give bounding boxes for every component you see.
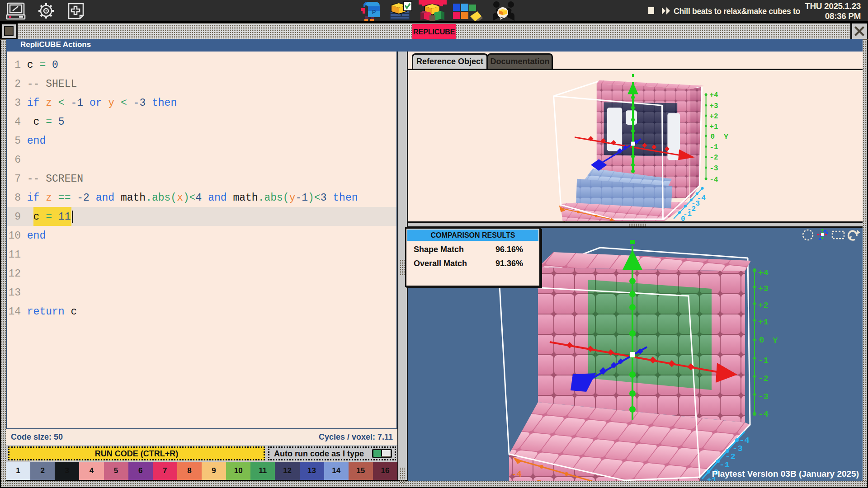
svg-text:-4: -4: [511, 469, 522, 479]
svg-text:-3: -3: [758, 392, 769, 402]
svg-text:+2: +2: [758, 300, 769, 310]
svg-text:-2: -2: [710, 154, 718, 162]
svg-text:-2: -2: [758, 374, 769, 384]
svg-text:0: 0: [759, 335, 764, 345]
svg-text:Y: Y: [724, 133, 728, 141]
svg-text:P: P: [372, 9, 376, 15]
svg-text:-1: -1: [710, 143, 718, 151]
svg-text:+4: +4: [710, 91, 719, 99]
svg-text:-1: -1: [758, 356, 769, 366]
svg-text:+3: +3: [758, 284, 769, 294]
svg-text:-3: -3: [710, 164, 718, 173]
svg-text:+4: +4: [758, 268, 769, 278]
svg-text:-1: -1: [719, 460, 730, 470]
svg-text:Y: Y: [773, 336, 778, 346]
svg-text:-3: -3: [531, 478, 542, 481]
svg-text:-4: -4: [710, 176, 719, 184]
svg-text:+2: +2: [710, 113, 718, 121]
svg-text:0: 0: [681, 215, 685, 221]
svg-text:+3: +3: [710, 102, 718, 110]
svg-text:+1: +1: [758, 317, 769, 327]
svg-text:0: 0: [711, 133, 715, 141]
svg-text:-4: -4: [758, 409, 769, 419]
svg-text:+1: +1: [710, 123, 718, 131]
